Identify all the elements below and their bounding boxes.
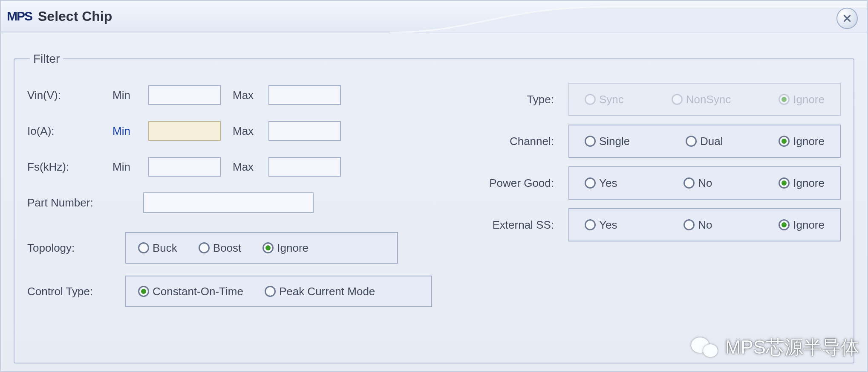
- radio-label: Yes: [599, 177, 617, 190]
- radio-label: NonSync: [686, 93, 731, 106]
- topology-row: Topology: BuckBoostIgnore: [27, 232, 453, 264]
- radio-label: Yes: [599, 218, 617, 232]
- radio-dot-icon: [585, 94, 596, 105]
- radio-dot-icon: [265, 286, 276, 297]
- vin-min-input[interactable]: [148, 85, 221, 105]
- power-good-row: Power Good: YesNoIgnore: [453, 166, 841, 200]
- type-radio-sync: Sync: [585, 93, 624, 106]
- fs-max-input[interactable]: [268, 157, 341, 177]
- radio-label: Ignore: [793, 218, 825, 232]
- radio-label: Single: [599, 135, 630, 148]
- external-ss-radio-ignore[interactable]: Ignore: [779, 218, 825, 232]
- external-ss-radio-no[interactable]: No: [683, 218, 712, 232]
- control-type-row: Control Type: Constant-On-TimePeak Curre…: [27, 276, 453, 307]
- radio-dot-icon: [779, 177, 790, 189]
- channel-row: Channel: SingleDualIgnore: [453, 125, 841, 158]
- vin-label: Vin(V):: [27, 89, 112, 102]
- vin-min-label: Min: [112, 89, 148, 102]
- radio-label: No: [698, 218, 712, 232]
- radio-dot-icon: [138, 242, 149, 253]
- radio-label: Buck: [153, 241, 177, 255]
- type-row: Type: SyncNonSyncIgnore: [453, 83, 841, 116]
- fs-min-input[interactable]: [148, 157, 221, 177]
- control-type-radio-constant-on-time[interactable]: Constant-On-Time: [138, 285, 243, 298]
- part-number-label: Part Number:: [27, 196, 143, 209]
- channel-radio-ignore[interactable]: Ignore: [779, 135, 825, 148]
- radio-label: Boost: [213, 241, 242, 255]
- topology-radio-group: BuckBoostIgnore: [125, 232, 398, 264]
- io-min-input[interactable]: [148, 121, 221, 141]
- topology-radio-buck[interactable]: Buck: [138, 241, 177, 255]
- vin-max-label: Max: [233, 89, 268, 102]
- radio-label: Ignore: [793, 177, 825, 190]
- radio-dot-icon: [262, 242, 274, 253]
- radio-dot-icon: [585, 219, 596, 230]
- radio-label: Constant-On-Time: [153, 285, 243, 298]
- part-number-input[interactable]: [143, 192, 314, 213]
- control-type-label: Control Type:: [27, 285, 125, 298]
- close-icon: [842, 14, 852, 23]
- radio-dot-icon: [779, 136, 790, 147]
- io-min-label: Min: [112, 125, 148, 138]
- power-good-radio-yes[interactable]: Yes: [585, 177, 617, 190]
- radio-dot-icon: [585, 177, 596, 189]
- radio-label: No: [698, 177, 712, 190]
- external-ss-radio-yes[interactable]: Yes: [585, 218, 617, 232]
- right-column: Type: SyncNonSyncIgnore Channel: SingleD…: [453, 80, 841, 353]
- radio-dot-icon: [138, 286, 149, 297]
- part-number-row: Part Number:: [27, 188, 453, 218]
- radio-label: Sync: [599, 93, 624, 106]
- window-title: Select Chip: [38, 9, 112, 24]
- vin-row: Vin(V): Min Max: [27, 80, 453, 110]
- external-ss-row: External SS: YesNoIgnore: [453, 208, 841, 241]
- radio-label: Peak Current Mode: [279, 285, 375, 298]
- select-chip-window: MPS Select Chip Filter Vin(V): Min: [0, 0, 868, 372]
- close-button[interactable]: [836, 8, 858, 29]
- radio-dot-icon: [683, 177, 695, 189]
- fs-row: Fs(kHz): Min Max: [27, 152, 453, 182]
- channel-radio-single[interactable]: Single: [585, 135, 630, 148]
- io-max-input[interactable]: [268, 121, 341, 141]
- channel-radio-group: SingleDualIgnore: [568, 125, 841, 158]
- power-good-radio-ignore[interactable]: Ignore: [779, 177, 825, 190]
- channel-label: Channel:: [453, 135, 568, 148]
- radio-dot-icon: [672, 94, 683, 105]
- type-label: Type:: [453, 93, 568, 106]
- io-max-label: Max: [233, 125, 268, 138]
- radio-label: Dual: [700, 135, 723, 148]
- type-radio-nonsync: NonSync: [672, 93, 731, 106]
- channel-radio-dual[interactable]: Dual: [686, 135, 723, 148]
- dialog-body: Filter Vin(V): Min Max Io(A): Min: [13, 52, 855, 363]
- titlebar-swoosh: [390, 2, 867, 32]
- radio-dot-icon: [683, 219, 695, 230]
- power-good-radio-no[interactable]: No: [683, 177, 712, 190]
- control-type-radio-group: Constant-On-TimePeak Current Mode: [125, 276, 432, 307]
- fs-max-label: Max: [233, 160, 268, 174]
- radio-dot-icon: [779, 94, 790, 105]
- io-label: Io(A):: [27, 125, 112, 138]
- left-column: Vin(V): Min Max Io(A): Min Max: [27, 80, 453, 353]
- fs-min-label: Min: [112, 160, 148, 174]
- mps-logo: MPS: [7, 9, 32, 23]
- vin-max-input[interactable]: [268, 85, 341, 105]
- title-bar: MPS Select Chip: [1, 1, 867, 32]
- topology-radio-boost[interactable]: Boost: [199, 241, 242, 255]
- radio-dot-icon: [585, 136, 596, 147]
- fs-label: Fs(kHz):: [27, 160, 112, 174]
- power-good-radio-group: YesNoIgnore: [568, 166, 841, 200]
- topology-radio-ignore[interactable]: Ignore: [262, 241, 309, 255]
- io-row: Io(A): Min Max: [27, 116, 453, 146]
- radio-label: Ignore: [793, 93, 825, 106]
- power-good-label: Power Good:: [453, 177, 568, 190]
- type-radio-ignore: Ignore: [779, 93, 825, 106]
- radio-label: Ignore: [277, 241, 309, 255]
- type-radio-group: SyncNonSyncIgnore: [568, 83, 841, 116]
- control-type-radio-peak-current-mode[interactable]: Peak Current Mode: [265, 285, 375, 298]
- topology-label: Topology:: [27, 241, 125, 255]
- filter-legend: Filter: [30, 52, 63, 66]
- radio-label: Ignore: [793, 135, 825, 148]
- radio-dot-icon: [779, 219, 790, 230]
- external-ss-label: External SS:: [453, 218, 568, 232]
- radio-dot-icon: [686, 136, 697, 147]
- external-ss-radio-group: YesNoIgnore: [568, 208, 841, 241]
